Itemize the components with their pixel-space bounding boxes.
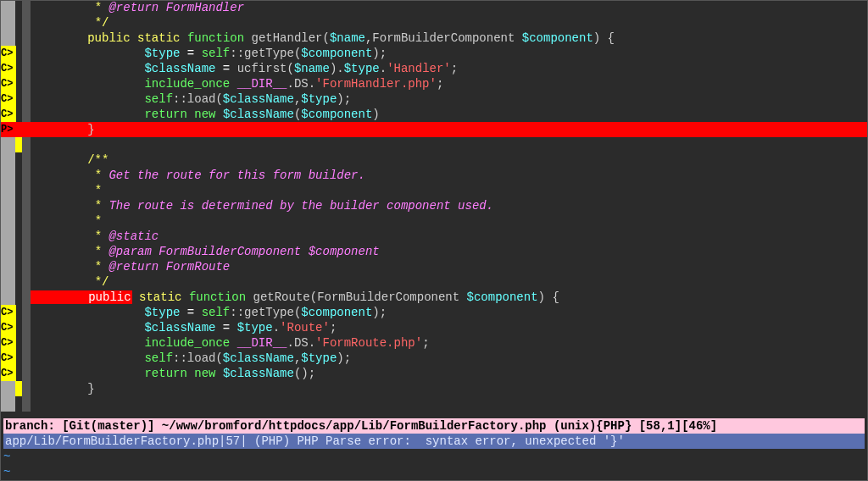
code-line[interactable]: *: [0, 213, 868, 229]
code-line[interactable]: public static function getHandler($name,…: [0, 30, 868, 46]
code-text[interactable]: *: [31, 213, 868, 229]
code-text[interactable]: * The route is determined by the builder…: [31, 198, 868, 213]
change-marker: [15, 381, 22, 396]
change-marker: [16, 46, 23, 61]
code-line[interactable]: C> self::load($className,$type);: [0, 351, 868, 366]
code-text[interactable]: */: [31, 15, 868, 30]
fold-column: [22, 91, 31, 107]
sign-marker: C>: [0, 335, 16, 351]
fold-column: [22, 290, 31, 305]
change-marker: [15, 183, 22, 198]
change-marker: [15, 229, 22, 244]
code-text[interactable]: self::load($className,$type);: [31, 91, 868, 107]
fold-column: [22, 229, 31, 244]
gutter: [0, 0, 31, 15]
code-editor[interactable]: * @return FormHandler */ public static f…: [0, 0, 868, 481]
code-line[interactable]: [0, 137, 868, 152]
code-line[interactable]: */: [0, 274, 868, 290]
code-text[interactable]: include_once __DIR__.DS.'FormHandler.php…: [31, 76, 868, 91]
fold-column: [22, 107, 31, 122]
fold-column: [22, 183, 31, 198]
code-text[interactable]: }: [31, 381, 868, 396]
code-text[interactable]: $className = ucfirst($name).$type.'Handl…: [31, 61, 868, 76]
code-line[interactable]: * The route is determined by the builder…: [0, 198, 868, 213]
code-text[interactable]: $className = $type.'Route';: [31, 320, 868, 335]
status-bar-branch: branch: [Git(master)] ~/www/bromford/htt…: [3, 418, 865, 434]
fold-column: [22, 274, 31, 290]
code-text[interactable]: * @param FormBuilderComponent $component: [31, 244, 868, 259]
code-text[interactable]: * @return FormHandler: [31, 0, 868, 15]
code-line[interactable]: C> $className = ucfirst($name).$type.'Ha…: [0, 61, 868, 76]
code-line[interactable]: C> include_once __DIR__.DS.'FormRoute.ph…: [0, 335, 868, 351]
code-line[interactable]: }: [0, 381, 868, 396]
change-marker: [15, 259, 22, 274]
change-marker: [15, 244, 22, 259]
sign-marker: C>: [0, 107, 16, 122]
fold-column: [22, 351, 31, 366]
gutter: [0, 259, 31, 274]
change-marker: [15, 152, 22, 168]
gutter: [0, 183, 31, 198]
sign-marker: P>: [0, 122, 16, 137]
code-line[interactable]: * Get the route for this form builder.: [0, 168, 868, 183]
change-marker: [16, 320, 23, 335]
code-text[interactable]: /**: [31, 152, 868, 168]
gutter: [0, 396, 31, 412]
fold-column: [22, 320, 31, 335]
change-marker: [16, 122, 23, 137]
sign-marker: C>: [0, 76, 16, 91]
sign-marker: C>: [0, 320, 16, 335]
code-text[interactable]: *: [31, 183, 868, 198]
code-text[interactable]: }: [31, 122, 868, 137]
code-line[interactable]: C> include_once __DIR__.DS.'FormHandler.…: [0, 76, 868, 91]
code-line[interactable]: C> self::load($className,$type);: [0, 91, 868, 107]
gutter: [0, 274, 31, 290]
change-marker: [16, 107, 23, 122]
code-text[interactable]: $type = self::getType($component);: [31, 305, 868, 320]
gutter: C>: [0, 61, 31, 76]
gutter: [0, 244, 31, 259]
fold-column: [22, 259, 31, 274]
code-line[interactable]: *: [0, 183, 868, 198]
gutter: [0, 213, 31, 229]
change-marker: [15, 0, 22, 15]
code-text[interactable]: * @static: [31, 229, 868, 244]
sign-marker: C>: [0, 46, 16, 61]
code-text[interactable]: return new $className($component): [31, 107, 868, 122]
code-line[interactable]: P> }: [0, 122, 868, 137]
code-line[interactable]: C> $type = self::getType($component);: [0, 46, 868, 61]
code-lines[interactable]: * @return FormHandler */ public static f…: [0, 0, 868, 412]
code-text[interactable]: $type = self::getType($component);: [31, 46, 868, 61]
code-line[interactable]: * @return FormHandler: [0, 0, 868, 15]
gutter: C>: [0, 351, 31, 366]
code-text[interactable]: return new $className();: [31, 366, 868, 381]
code-text[interactable]: public static function getRoute(FormBuil…: [31, 290, 868, 305]
change-marker: [15, 274, 22, 290]
code-line[interactable]: * @static: [0, 229, 868, 244]
code-text[interactable]: public static function getHandler($name,…: [31, 30, 868, 46]
code-line[interactable]: public static function getRoute(FormBuil…: [0, 290, 868, 305]
fold-column: [22, 366, 31, 381]
code-line[interactable]: C> $type = self::getType($component);: [0, 305, 868, 320]
code-text[interactable]: * Get the route for this form builder.: [31, 168, 868, 183]
sign-marker: C>: [0, 351, 16, 366]
sign-marker: C>: [0, 91, 16, 107]
gutter: [0, 381, 31, 396]
change-marker: [16, 61, 23, 76]
code-line[interactable]: * @return FormRoute: [0, 259, 868, 274]
code-line[interactable]: * @param FormBuilderComponent $component: [0, 244, 868, 259]
gutter: C>: [0, 46, 31, 61]
code-text[interactable]: [31, 396, 868, 412]
code-line[interactable]: [0, 396, 868, 412]
code-text[interactable]: include_once __DIR__.DS.'FormRoute.php';: [31, 335, 868, 351]
code-line[interactable]: C> return new $className($component): [0, 107, 868, 122]
code-line[interactable]: */: [0, 15, 868, 30]
fold-column: [22, 244, 31, 259]
code-text[interactable]: [31, 137, 868, 152]
code-text[interactable]: self::load($className,$type);: [31, 351, 868, 366]
code-text[interactable]: */: [31, 274, 868, 290]
code-line[interactable]: /**: [0, 152, 868, 168]
code-line[interactable]: C> return new $className();: [0, 366, 868, 381]
code-text[interactable]: * @return FormRoute: [31, 259, 868, 274]
code-line[interactable]: C> $className = $type.'Route';: [0, 320, 868, 335]
